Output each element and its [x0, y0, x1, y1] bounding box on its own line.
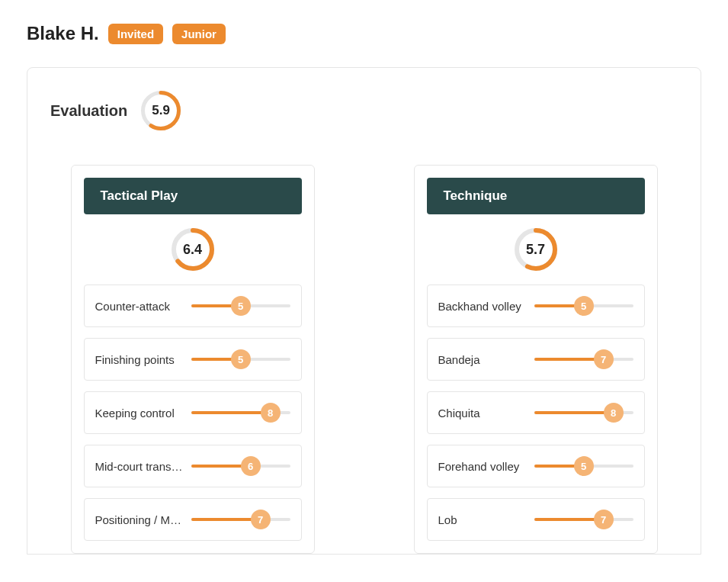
skill-label: Mid-court transition [95, 460, 184, 473]
skill-item: Forehand volley5 [427, 445, 645, 487]
skill-label: Counter-attack [95, 300, 184, 313]
evaluation-panel: Evaluation 5.9 Tactical Play 6.4 Counter… [27, 67, 701, 555]
skill-label: Lob [438, 513, 527, 526]
skill-label: Forehand volley [438, 460, 527, 473]
slider-thumb[interactable]: 5 [574, 296, 594, 316]
slider-thumb[interactable]: 8 [604, 403, 624, 423]
evaluation-score-circle: 5.9 [141, 91, 181, 130]
skill-item: Counter-attack5 [84, 285, 302, 327]
skill-slider[interactable]: 7 [534, 349, 633, 369]
card-technique: Technique 5.7 Backhand volley5Bandeja7Ch… [414, 165, 658, 554]
slider-thumb[interactable]: 7 [594, 510, 614, 529]
skill-item: Positioning / Movement7 [84, 498, 302, 541]
skill-item: Keeping control8 [84, 391, 302, 434]
slider-track [534, 518, 633, 521]
evaluation-label: Evaluation [50, 102, 127, 120]
skill-slider[interactable]: 5 [534, 296, 633, 316]
slider-thumb[interactable]: 5 [574, 456, 594, 476]
status-badge-invited: Invited [108, 24, 163, 44]
skill-slider[interactable]: 5 [191, 349, 290, 369]
skill-label: Backhand volley [438, 300, 527, 313]
skill-slider[interactable]: 8 [534, 403, 633, 423]
slider-thumb[interactable]: 5 [231, 349, 251, 369]
card-title: Tactical Play [84, 178, 302, 214]
skill-slider[interactable]: 5 [534, 456, 633, 476]
player-name: Blake H. [27, 23, 99, 44]
skill-item: Lob7 [427, 498, 645, 541]
slider-fill [191, 411, 271, 414]
card-score-value: 6.4 [183, 242, 202, 258]
card-score-circle: 6.4 [172, 228, 214, 271]
evaluation-score-value: 5.9 [152, 103, 170, 118]
skill-label: Chiquita [438, 407, 527, 420]
skills-list: Backhand volley5Bandeja7Chiquita8Forehan… [427, 285, 645, 541]
cards-row: Tactical Play 6.4 Counter-attack5Finishi… [50, 165, 678, 554]
skill-slider[interactable]: 7 [191, 510, 290, 529]
skill-label: Positioning / Movement [95, 513, 184, 526]
skill-label: Keeping control [95, 407, 184, 420]
skill-item: Mid-court transition6 [84, 445, 302, 487]
slider-thumb[interactable]: 6 [241, 456, 261, 476]
player-header: Blake H. Invited Junior [27, 23, 701, 44]
evaluation-summary: Evaluation 5.9 [50, 91, 678, 130]
skill-item: Backhand volley5 [427, 285, 645, 327]
slider-thumb[interactable]: 7 [594, 349, 614, 369]
skill-slider[interactable]: 6 [191, 456, 290, 476]
skill-slider[interactable]: 7 [534, 510, 633, 529]
skill-slider[interactable]: 5 [191, 296, 290, 316]
slider-thumb[interactable]: 8 [261, 403, 281, 423]
slider-track [191, 518, 290, 521]
card-title: Technique [427, 178, 645, 214]
card-score-circle: 5.7 [515, 228, 557, 271]
slider-fill [534, 411, 614, 414]
slider-track [534, 358, 633, 361]
skill-label: Bandeja [438, 353, 527, 366]
skill-label: Finishing points [95, 353, 184, 366]
slider-thumb[interactable]: 7 [251, 510, 271, 529]
skill-item: Chiquita8 [427, 391, 645, 434]
slider-thumb[interactable]: 5 [231, 296, 251, 316]
skills-list: Counter-attack5Finishing points5Keeping … [84, 285, 302, 541]
card-tactical-play: Tactical Play 6.4 Counter-attack5Finishi… [71, 165, 315, 554]
skill-slider[interactable]: 8 [191, 403, 290, 423]
skill-item: Finishing points5 [84, 338, 302, 381]
status-badge-junior: Junior [172, 24, 226, 44]
card-score-value: 5.7 [526, 242, 545, 258]
skill-item: Bandeja7 [427, 338, 645, 381]
